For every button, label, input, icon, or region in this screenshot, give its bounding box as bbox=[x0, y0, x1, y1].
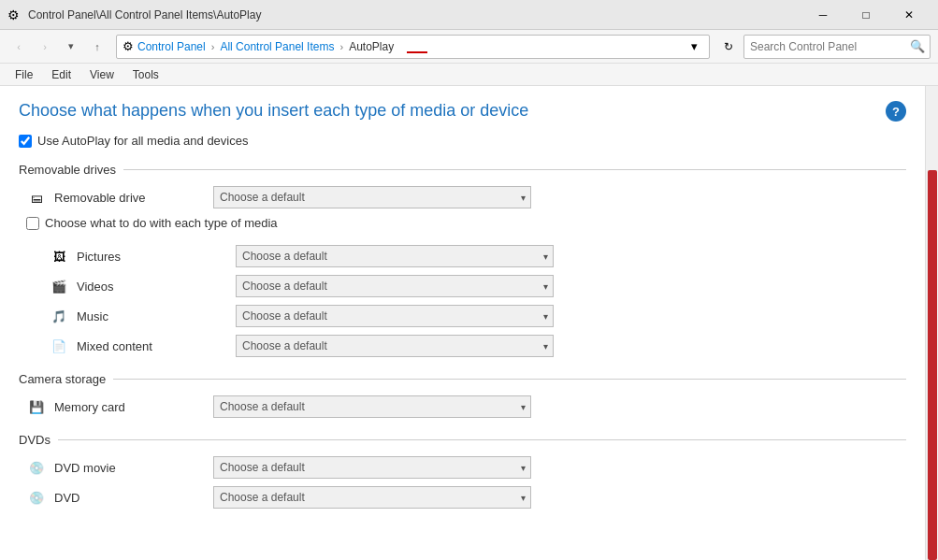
videos-icon: 🎬 bbox=[49, 276, 69, 296]
mixed-content-label: Mixed content bbox=[77, 339, 236, 353]
pictures-icon: 🖼 bbox=[49, 246, 69, 266]
main-wrapper: ? Choose what happens when you insert ea… bbox=[0, 86, 938, 560]
help-icon[interactable]: ? bbox=[886, 101, 906, 122]
setting-row-music: 🎵 Music Choose a default ▾ bbox=[41, 305, 906, 327]
setting-row-memory-card: 💾 Memory card Choose a default ▾ bbox=[19, 395, 906, 418]
dvd-movie-label: DVD movie bbox=[54, 461, 213, 475]
dropdown-button[interactable]: ▾ bbox=[60, 36, 82, 58]
address-dropdown-button[interactable]: ▾ bbox=[685, 35, 703, 59]
refresh-button[interactable]: ↻ bbox=[717, 36, 740, 58]
memory-card-select-wrapper: Choose a default ▾ bbox=[213, 395, 531, 418]
removable-drive-select[interactable]: Choose a default bbox=[213, 186, 531, 208]
setting-row-videos: 🎬 Videos Choose a default ▾ bbox=[41, 275, 906, 297]
window-controls: ─ □ ✕ bbox=[801, 0, 931, 30]
mixed-content-select[interactable]: Choose a default bbox=[236, 335, 554, 357]
forward-button[interactable]: › bbox=[34, 36, 56, 58]
music-select-wrapper: Choose a default ▾ bbox=[236, 305, 554, 327]
app-icon: ⚙ bbox=[7, 7, 22, 22]
toolbar: ‹ › ▾ ↑ ⚙ Control Panel › All Control Pa… bbox=[0, 30, 938, 64]
dvd-select-wrapper: Choose a default ▾ bbox=[213, 486, 531, 509]
maximize-button[interactable]: □ bbox=[844, 0, 887, 30]
videos-label: Videos bbox=[77, 280, 236, 294]
menubar: File Edit View Tools bbox=[0, 64, 938, 86]
pictures-select-wrapper: Choose a default ▾ bbox=[236, 245, 554, 267]
music-label: Music bbox=[77, 309, 236, 323]
section-title-camera-storage: Camera storage bbox=[19, 372, 106, 386]
breadcrumb-autoplay: AutoPlay bbox=[349, 40, 394, 53]
autoplay-checkbox[interactable] bbox=[19, 135, 32, 148]
scrollbar-track[interactable] bbox=[925, 86, 938, 560]
removable-drive-select-wrapper: Choose a default ▾ bbox=[213, 186, 531, 208]
page-title: Choose what happens when you insert each… bbox=[19, 101, 906, 121]
setting-row-dvd: 💿 DVD Choose a default ▾ bbox=[19, 486, 906, 509]
up-button[interactable]: ↑ bbox=[86, 36, 108, 58]
media-type-checkbox-label[interactable]: Choose what to do with each type of medi… bbox=[45, 216, 278, 230]
music-icon: 🎵 bbox=[49, 306, 69, 326]
search-button[interactable]: 🔍 bbox=[905, 35, 930, 59]
address-underline bbox=[407, 40, 426, 53]
breadcrumb-all-items[interactable]: All Control Panel Items bbox=[220, 40, 334, 53]
address-bar-icon: ⚙ bbox=[123, 39, 134, 53]
breadcrumb-control-panel[interactable]: Control Panel bbox=[137, 40, 206, 53]
pictures-select[interactable]: Choose a default bbox=[236, 245, 554, 267]
memory-card-icon: 💾 bbox=[26, 396, 47, 417]
memory-card-label: Memory card bbox=[54, 400, 213, 414]
setting-row-dvd-movie: 💿 DVD movie Choose a default ▾ bbox=[19, 456, 906, 479]
address-bar: ⚙ Control Panel › All Control Panel Item… bbox=[116, 35, 710, 59]
music-select[interactable]: Choose a default bbox=[236, 305, 554, 327]
removable-drive-label: Removable drive bbox=[54, 191, 213, 205]
videos-select-wrapper: Choose a default ▾ bbox=[236, 275, 554, 297]
dvd-movie-select-wrapper: Choose a default ▾ bbox=[213, 456, 531, 479]
close-button[interactable]: ✕ bbox=[887, 0, 931, 30]
section-title-removable-drives: Removable drives bbox=[19, 163, 116, 177]
pictures-label: Pictures bbox=[77, 250, 236, 264]
drive-icon: 🖴 bbox=[26, 187, 47, 208]
mixed-content-select-wrapper: Choose a default ▾ bbox=[236, 335, 554, 357]
dvd-icon: 💿 bbox=[26, 487, 47, 508]
dvd-label: DVD bbox=[54, 491, 213, 505]
menu-file[interactable]: File bbox=[7, 66, 40, 83]
media-type-checkbox-row: Choose what to do with each type of medi… bbox=[26, 216, 906, 230]
section-divider-removable-drives bbox=[123, 169, 906, 170]
back-button[interactable]: ‹ bbox=[7, 36, 30, 58]
setting-row-pictures: 🖼 Pictures Choose a default ▾ bbox=[41, 245, 906, 267]
autoplay-checkbox-label[interactable]: Use AutoPlay for all media and devices bbox=[37, 134, 248, 148]
menu-view[interactable]: View bbox=[82, 66, 122, 83]
scrollbar-thumb[interactable] bbox=[928, 170, 937, 560]
minimize-button[interactable]: ─ bbox=[801, 0, 844, 30]
autoplay-checkbox-row: Use AutoPlay for all media and devices bbox=[19, 134, 906, 148]
section-header-camera-storage: Camera storage bbox=[19, 372, 906, 386]
dvd-movie-select[interactable]: Choose a default bbox=[213, 456, 531, 479]
section-title-dvds: DVDs bbox=[19, 433, 51, 447]
videos-select[interactable]: Choose a default bbox=[236, 275, 554, 297]
menu-tools[interactable]: Tools bbox=[125, 66, 166, 83]
memory-card-select[interactable]: Choose a default bbox=[213, 395, 531, 418]
dvd-select[interactable]: Choose a default bbox=[213, 486, 531, 509]
section-camera-storage: Camera storage 💾 Memory card Choose a de… bbox=[19, 372, 906, 418]
dvd-movie-icon: 💿 bbox=[26, 457, 47, 478]
mixed-content-icon: 📄 bbox=[49, 336, 69, 356]
section-divider-dvds bbox=[58, 439, 906, 440]
window-title: Control Panel\All Control Panel Items\Au… bbox=[28, 8, 801, 22]
setting-row-mixed-content: 📄 Mixed content Choose a default ▾ bbox=[41, 335, 906, 357]
search-input[interactable] bbox=[744, 40, 905, 53]
titlebar: ⚙ Control Panel\All Control Panel Items\… bbox=[0, 0, 938, 30]
setting-row-removable-drive: 🖴 Removable drive Choose a default ▾ bbox=[19, 186, 906, 208]
section-header-dvds: DVDs bbox=[19, 433, 906, 447]
section-removable-drives: Removable drives 🖴 Removable drive Choos… bbox=[19, 163, 906, 357]
menu-edit[interactable]: Edit bbox=[44, 66, 79, 83]
search-box: 🔍 bbox=[743, 35, 931, 59]
media-type-checkbox[interactable] bbox=[26, 217, 39, 230]
media-type-items: 🖼 Pictures Choose a default ▾ 🎬 Videos bbox=[19, 245, 906, 357]
content-area: ? Choose what happens when you insert ea… bbox=[0, 86, 925, 560]
section-divider-camera-storage bbox=[113, 379, 906, 380]
section-header-removable-drives: Removable drives bbox=[19, 163, 906, 177]
section-dvds: DVDs 💿 DVD movie Choose a default ▾ 💿 DV… bbox=[19, 433, 906, 509]
